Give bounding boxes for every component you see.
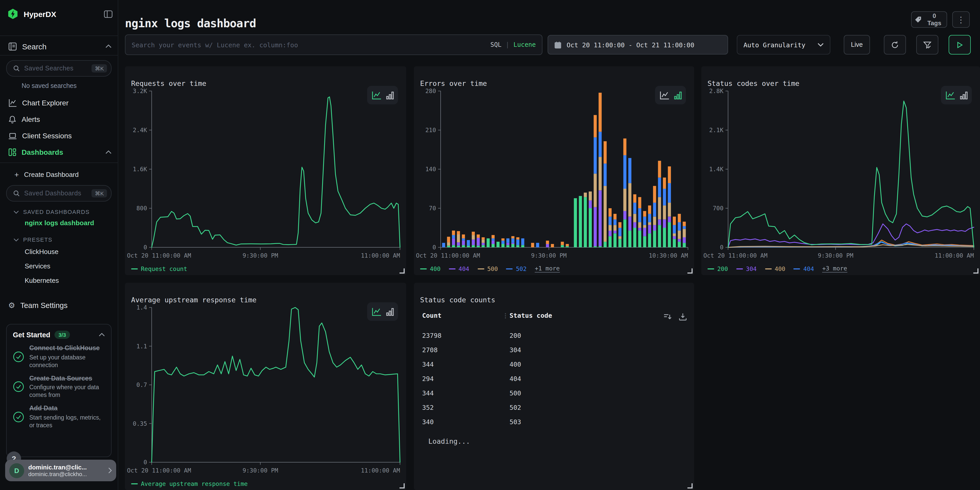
panel-resize-handle[interactable] [399, 268, 405, 274]
run-query-button[interactable] [949, 35, 971, 54]
sidebar-item-services[interactable]: Services [25, 262, 50, 270]
user-menu[interactable]: D dominic.tran@clic... dominic.tran@clic… [5, 460, 116, 481]
get-started-step[interactable]: Add Data Start sending logs, metrics, or… [13, 405, 105, 429]
granularity-select[interactable]: Auto Granularity [737, 35, 830, 54]
filter-button[interactable] [916, 35, 939, 54]
legend-item[interactable]: 400 [420, 265, 441, 272]
errors-over-time-chart[interactable]: 070140210280Oct 20 11:00:00 AM9:30:00 PM… [414, 66, 694, 275]
legend-more[interactable]: +1 more [535, 265, 560, 272]
no-saved-searches-text: No saved searches [22, 82, 76, 89]
saved-dashboards-section-header[interactable]: SAVED DASHBOARDS [13, 207, 111, 217]
query-language-toggle[interactable]: SQL | Lucene [490, 35, 536, 54]
line-chart-icon[interactable] [371, 307, 381, 316]
sidebar-item-clickhouse[interactable]: ClickHouse [25, 248, 59, 256]
svg-text:3.2K: 3.2K [133, 88, 147, 94]
column-header-status-code[interactable]: Status code [509, 312, 552, 319]
column-header-count[interactable]: Count [422, 312, 441, 319]
legend-item[interactable]: 502 [506, 265, 527, 272]
chart-legend: 200304400404+3 more [708, 265, 847, 272]
cell-count: 344 [422, 389, 509, 397]
column-resize-handle[interactable]: ⋮ [502, 312, 509, 319]
brand-name: HyperDX [24, 10, 56, 18]
date-range-picker[interactable]: Oct 20 11:00:00 - Oct 21 11:00:00 [547, 35, 728, 54]
tags-button[interactable]: 0 Tags [911, 11, 947, 28]
chevron-down-icon [818, 43, 824, 47]
sidebar-item-team-settings[interactable]: ⚙ Team Settings [8, 298, 111, 313]
status-codes-over-time-chart[interactable]: 07001.4K2.1K2.8KOct 20 11:00:00 AM9:30:0… [701, 66, 980, 275]
cell-status-code: 502 [509, 403, 521, 411]
refresh-button[interactable] [884, 35, 906, 54]
svg-text:Oct 20 11:00:00 AM: Oct 20 11:00:00 AM [703, 252, 767, 259]
sidebar-item-kubernetes[interactable]: Kubernetes [25, 277, 59, 284]
table-row: 352502 [422, 400, 688, 414]
chart-type-toggle[interactable] [655, 86, 686, 104]
legend-item[interactable]: Request count [131, 265, 187, 272]
filter-edit-icon [923, 40, 932, 49]
get-started-header[interactable]: Get Started 3/3 [13, 331, 105, 339]
bar-chart-icon[interactable] [674, 91, 681, 100]
legend-item[interactable]: 500 [477, 265, 498, 272]
table-row: 2708304 [422, 342, 688, 357]
panel-resize-handle[interactable] [973, 268, 978, 274]
chart-type-toggle[interactable] [941, 86, 972, 104]
legend-item[interactable]: 404 [449, 265, 469, 272]
sidebar-item-client-sessions[interactable]: Client Sessions [8, 129, 111, 143]
cell-status-code: 404 [509, 375, 521, 382]
sidebar-item-search[interactable]: Search [8, 38, 111, 55]
sidebar-item-dashboards[interactable]: Dashboards [8, 145, 111, 159]
table-header: Count ⋮ Status code [420, 312, 688, 324]
sidebar-item-nginx-logs-dashboard[interactable]: nginx logs dashboard [25, 219, 94, 227]
get-started-step[interactable]: Connect to ClickHouse Set up your databa… [13, 345, 105, 369]
collapse-sidebar-icon[interactable] [104, 10, 113, 18]
bar-chart-icon[interactable] [960, 91, 967, 100]
svg-text:9:30:00 PM: 9:30:00 PM [242, 467, 278, 474]
lucene-option[interactable]: Lucene [513, 41, 536, 48]
legend-item[interactable]: 304 [736, 265, 757, 272]
event-search-input[interactable] [126, 35, 542, 54]
line-chart-icon[interactable] [371, 91, 381, 100]
tag-icon [915, 16, 922, 23]
line-chart-icon[interactable] [945, 91, 955, 100]
divider [0, 35, 118, 36]
legend-item[interactable]: 200 [708, 265, 728, 272]
get-started-progress-badge: 3/3 [54, 331, 70, 339]
panel-title: Requests over time [131, 79, 207, 87]
arrange-columns-icon[interactable] [663, 313, 671, 321]
svg-text:1.6K: 1.6K [133, 166, 147, 172]
panel-resize-handle[interactable] [687, 483, 692, 488]
shortcut-badge: ⌘K [92, 189, 107, 197]
chart-explorer-icon [8, 99, 17, 107]
sidebar-item-alerts[interactable]: Alerts [8, 112, 111, 126]
bar-chart-icon[interactable] [386, 307, 394, 316]
chart-type-toggle[interactable] [367, 86, 398, 104]
bar-chart-icon[interactable] [386, 91, 394, 100]
chart-type-toggle[interactable] [367, 302, 398, 321]
search-icon [13, 190, 20, 197]
more-options-button[interactable]: ⋮ [952, 11, 970, 28]
granularity-value: Auto Granularity [743, 41, 805, 49]
legend-item[interactable]: 404 [794, 265, 814, 272]
bell-icon [8, 115, 16, 124]
sql-option[interactable]: SQL [490, 41, 501, 48]
create-dashboard-button[interactable]: + Create Dashboard [14, 168, 111, 181]
gear-icon: ⚙ [8, 301, 15, 310]
sidebar-item-label: Team Settings [20, 301, 68, 310]
saved-dashboards-input[interactable]: Saved Dashboards ⌘K [6, 185, 111, 202]
legend-more[interactable]: +3 more [822, 265, 847, 272]
panel-resize-handle[interactable] [399, 483, 405, 488]
download-icon[interactable] [679, 313, 687, 321]
line-chart-icon[interactable] [659, 91, 669, 100]
svg-text:280: 280 [425, 88, 436, 94]
legend-item[interactable]: Average upstream response time [131, 480, 248, 487]
legend-item[interactable]: 400 [765, 265, 785, 272]
get-started-step[interactable]: Create Data Sources Configure where your… [13, 375, 105, 399]
svg-text:2.8K: 2.8K [709, 88, 724, 94]
active-dashboard-label: nginx logs dashboard [25, 219, 94, 227]
sidebar-item-chart-explorer[interactable]: Chart Explorer [8, 95, 111, 110]
saved-searches-input[interactable]: Saved Searches ⌘K [6, 60, 111, 76]
avg-upstream-response-time-chart[interactable]: 00.350.71.11.4Oct 20 11:00:00 AM9:30:00 … [125, 283, 406, 490]
panel-resize-handle[interactable] [687, 268, 692, 274]
presets-section-header[interactable]: PRESETS [13, 234, 111, 245]
live-button[interactable]: Live [844, 35, 870, 54]
requests-over-time-chart[interactable]: 08001.6K2.4K3.2KOct 20 11:00:00 AM9:30:0… [125, 66, 406, 275]
